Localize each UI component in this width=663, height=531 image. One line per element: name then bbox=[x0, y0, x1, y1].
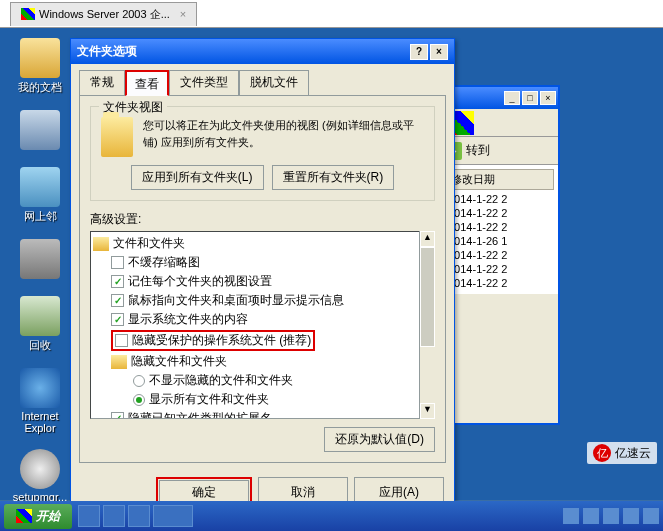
bg-window-toolbar bbox=[442, 109, 558, 137]
list-item[interactable]: 2014-1-22 2 bbox=[446, 206, 554, 220]
advanced-settings-tree[interactable]: 文件和文件夹不缓存缩略图记住每个文件夹的视图设置鼠标指向文件夹和桌面项时显示提示… bbox=[90, 231, 435, 419]
dialog-titlebar[interactable]: 文件夹选项 ? × bbox=[71, 39, 454, 64]
list-item[interactable]: 2014-1-22 2 bbox=[446, 248, 554, 262]
tree-item[interactable]: 隐藏受保护的操作系统文件 (推荐) bbox=[93, 329, 432, 352]
tab-general[interactable]: 常规 bbox=[79, 70, 125, 95]
folder-view-group: 文件夹视图 您可以将正在为此文件夹使用的视图 (例如详细信息或平铺) 应用到所有… bbox=[90, 106, 435, 201]
radio[interactable] bbox=[133, 375, 145, 387]
desktop-icon-mydocs[interactable]: 我的文档 bbox=[10, 38, 70, 95]
quick-launch bbox=[78, 505, 193, 527]
list-item[interactable]: 2014-1-26 1 bbox=[446, 234, 554, 248]
recycle-icon bbox=[20, 296, 60, 336]
watermark: 亿 亿速云 bbox=[587, 442, 657, 464]
column-header-date[interactable]: 修改日期 bbox=[446, 169, 554, 190]
minimize-button[interactable]: _ bbox=[504, 91, 520, 105]
taskbar-app[interactable] bbox=[153, 505, 193, 527]
tree-label: 记住每个文件夹的视图设置 bbox=[128, 273, 272, 290]
folder-icon bbox=[111, 355, 127, 369]
tree-item[interactable]: 文件和文件夹 bbox=[93, 234, 432, 253]
desktop: 我的文档 网上邻 回收 Internet Explor setupmgr... bbox=[0, 28, 663, 500]
tree-label: 显示所有文件和文件夹 bbox=[149, 391, 269, 408]
radio[interactable] bbox=[133, 394, 145, 406]
tree-label: 显示系统文件夹的内容 bbox=[128, 311, 248, 328]
tree-item[interactable]: 鼠标指向文件夹和桌面项时显示提示信息 bbox=[93, 291, 432, 310]
list-item[interactable]: 2014-1-22 2 bbox=[446, 262, 554, 276]
tree-item[interactable]: 隐藏已知文件类型的扩展名 bbox=[93, 409, 432, 419]
tree-label: 不缓存缩略图 bbox=[128, 254, 200, 271]
tab-close-icon[interactable]: × bbox=[180, 8, 186, 20]
tray-icon[interactable] bbox=[563, 508, 579, 524]
folder-view-description: 您可以将正在为此文件夹使用的视图 (例如详细信息或平铺) 应用到所有文件夹。 bbox=[143, 117, 424, 150]
tab-filetypes[interactable]: 文件类型 bbox=[169, 70, 239, 95]
go-label: 转到 bbox=[466, 142, 490, 159]
watermark-text: 亿速云 bbox=[615, 445, 651, 462]
tray-icon[interactable] bbox=[643, 508, 659, 524]
desktop-icon-unknown[interactable] bbox=[10, 239, 70, 281]
close-button[interactable]: × bbox=[430, 44, 448, 60]
start-label: 开始 bbox=[36, 508, 60, 525]
scroll-up-button[interactable]: ▲ bbox=[420, 231, 435, 247]
system-tray bbox=[563, 508, 659, 524]
scrollbar-thumb[interactable] bbox=[420, 247, 435, 347]
quicklaunch-item[interactable] bbox=[103, 505, 125, 527]
tree-item[interactable]: 显示所有文件和文件夹 bbox=[93, 390, 432, 409]
apply-all-folders-button[interactable]: 应用到所有文件夹(L) bbox=[131, 165, 264, 190]
tab-offline[interactable]: 脱机文件 bbox=[239, 70, 309, 95]
folder-icon bbox=[20, 38, 60, 78]
tray-icon[interactable] bbox=[603, 508, 619, 524]
close-button[interactable]: × bbox=[540, 91, 556, 105]
quicklaunch-item[interactable] bbox=[78, 505, 100, 527]
dialog-tabs: 常规 查看 文件类型 脱机文件 bbox=[71, 64, 454, 95]
desktop-icon-setupmgr[interactable]: setupmgr... bbox=[10, 449, 70, 503]
tree-item[interactable]: 记住每个文件夹的视图设置 bbox=[93, 272, 432, 291]
tree-item[interactable]: 隐藏文件和文件夹 bbox=[93, 352, 432, 371]
advanced-label: 高级设置: bbox=[90, 211, 435, 228]
checkbox[interactable] bbox=[111, 294, 124, 307]
file-list: 2014-1-22 22014-1-22 22014-1-22 22014-1-… bbox=[446, 192, 554, 290]
browser-tab-bar: Windows Server 2003 企... × bbox=[0, 0, 663, 28]
tree-item[interactable]: 显示系统文件夹的内容 bbox=[93, 310, 432, 329]
desktop-icons-column: 我的文档 网上邻 回收 Internet Explor setupmgr... bbox=[10, 38, 70, 518]
list-item[interactable]: 2014-1-22 2 bbox=[446, 192, 554, 206]
windows-icon bbox=[21, 8, 35, 20]
restore-defaults-button[interactable]: 还原为默认值(D) bbox=[324, 427, 435, 452]
computer-icon bbox=[20, 110, 60, 150]
bg-window-titlebar: _ □ × bbox=[442, 87, 558, 109]
tree-label: 文件和文件夹 bbox=[113, 235, 185, 252]
background-explorer-window: _ □ × → 转到 修改日期 2014-1-22 22014-1-22 220… bbox=[440, 85, 560, 425]
windows-icon bbox=[16, 509, 32, 523]
start-button[interactable]: 开始 bbox=[4, 504, 72, 529]
desktop-icon-ie[interactable]: Internet Explor bbox=[10, 368, 70, 434]
tree-item[interactable]: 不显示隐藏的文件和文件夹 bbox=[93, 371, 432, 390]
folder-options-dialog: 文件夹选项 ? × 常规 查看 文件类型 脱机文件 文件夹视图 您可以将正在为此… bbox=[70, 38, 455, 519]
disk-icon bbox=[20, 449, 60, 489]
reset-all-folders-button[interactable]: 重置所有文件夹(R) bbox=[272, 165, 395, 190]
dialog-title: 文件夹选项 bbox=[77, 43, 137, 60]
browser-tab[interactable]: Windows Server 2003 企... × bbox=[10, 2, 197, 26]
list-item[interactable]: 2014-1-22 2 bbox=[446, 220, 554, 234]
tray-icon[interactable] bbox=[583, 508, 599, 524]
help-button[interactable]: ? bbox=[410, 44, 428, 60]
tree-label: 不显示隐藏的文件和文件夹 bbox=[149, 372, 293, 389]
checkbox[interactable] bbox=[111, 412, 124, 419]
desktop-icon-computer[interactable] bbox=[10, 110, 70, 152]
quicklaunch-item[interactable] bbox=[128, 505, 150, 527]
folder-icon bbox=[93, 237, 109, 251]
tree-label: 鼠标指向文件夹和桌面项时显示提示信息 bbox=[128, 292, 344, 309]
desktop-icon-recycle[interactable]: 回收 bbox=[10, 296, 70, 353]
taskbar: 开始 bbox=[0, 501, 663, 531]
checkbox[interactable] bbox=[111, 313, 124, 326]
maximize-button[interactable]: □ bbox=[522, 91, 538, 105]
scrollbar-vertical[interactable]: ▲ ▼ bbox=[419, 231, 435, 419]
tab-view[interactable]: 查看 bbox=[125, 70, 169, 96]
checkbox[interactable] bbox=[111, 256, 124, 269]
desktop-icon-network[interactable]: 网上邻 bbox=[10, 167, 70, 224]
checkbox[interactable] bbox=[111, 275, 124, 288]
scroll-down-button[interactable]: ▼ bbox=[420, 403, 435, 419]
tray-icon[interactable] bbox=[623, 508, 639, 524]
network-icon bbox=[20, 167, 60, 207]
list-item[interactable]: 2014-1-22 2 bbox=[446, 276, 554, 290]
tree-item[interactable]: 不缓存缩略图 bbox=[93, 253, 432, 272]
checkbox[interactable] bbox=[115, 334, 128, 347]
bg-window-body: 修改日期 2014-1-22 22014-1-22 22014-1-22 220… bbox=[442, 165, 558, 294]
